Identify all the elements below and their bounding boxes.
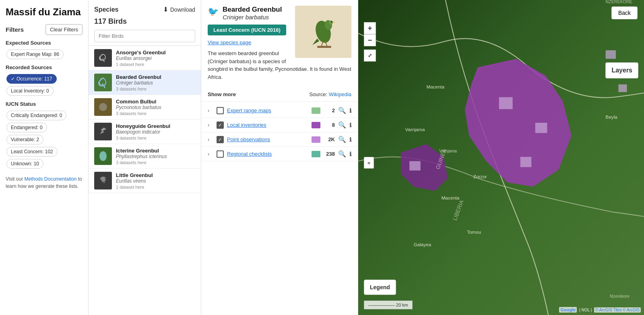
- svg-text:Tomou: Tomou: [467, 229, 481, 235]
- species-item[interactable]: Common Bulbul Pycnonotus barbatus 3 data…: [89, 95, 201, 119]
- chip-vulnerable[interactable]: Vulnerable: 2: [6, 135, 43, 144]
- svg-rect-9: [317, 46, 331, 48]
- row-chevron-icon[interactable]: ›: [208, 151, 213, 157]
- back-button[interactable]: Back: [611, 6, 638, 19]
- species-latin: Eurillas ansorgei: [116, 56, 195, 61]
- info-icon[interactable]: ℹ: [349, 107, 351, 114]
- zoom-out-button[interactable]: −: [364, 34, 376, 46]
- legend-box[interactable]: Legend: [364, 280, 396, 295]
- source-link[interactable]: Wikipedia: [329, 91, 351, 97]
- svg-point-0: [99, 103, 107, 111]
- chip-expert-range[interactable]: Expert Range Map: 86: [6, 49, 64, 59]
- data-rows: › Expert range maps 2 🔍 ℹ › Local invent…: [201, 102, 358, 163]
- species-thumb: [94, 98, 112, 116]
- row-count: 238: [324, 151, 335, 157]
- row-label[interactable]: Expert range maps: [227, 107, 308, 113]
- species-item[interactable]: Bearded Greenbul Criniger barbatus 3 dat…: [89, 70, 201, 95]
- row-label[interactable]: Local inventories: [227, 122, 308, 128]
- search-icon[interactable]: 🔍: [338, 107, 346, 114]
- row-chevron-icon[interactable]: ›: [208, 122, 213, 128]
- svg-text:NZEREKORE: NZEREKORE: [606, 0, 632, 4]
- search-icon[interactable]: 🔍: [338, 121, 346, 129]
- page-title: Massif du Ziama: [6, 6, 83, 18]
- row-checkbox[interactable]: [217, 107, 224, 114]
- scale-label: 20 km: [396, 303, 408, 307]
- chip-unknown[interactable]: Unknown: 10: [6, 159, 43, 169]
- iucn-status-title: IUCN Status: [6, 101, 83, 107]
- download-button[interactable]: ⬇ Download: [163, 6, 195, 13]
- chip-least-concern[interactable]: Least Concern: 102: [6, 147, 58, 156]
- species-datasets: 1 dataset here: [116, 185, 195, 189]
- species-header-row: Species ⬇ Download: [94, 6, 195, 13]
- species-info: Icterine Greenbul Phyllastrephus icterin…: [116, 148, 195, 165]
- row-checkbox[interactable]: [217, 121, 224, 129]
- info-icon[interactable]: ℹ: [349, 136, 351, 143]
- detail-bird-icon: 🐦: [208, 6, 219, 17]
- row-label[interactable]: Point observations: [227, 136, 308, 142]
- species-info: Bearded Greenbul Criniger barbatus 3 dat…: [116, 74, 195, 91]
- chip-critically-endangered[interactable]: Critically Endangered: 0: [6, 111, 66, 120]
- species-filter-input[interactable]: [94, 30, 195, 42]
- layers-box[interactable]: Layers: [605, 62, 638, 78]
- detail-title-block: Bearded Greenbul Criniger barbatus: [223, 6, 282, 21]
- svg-rect-13: [535, 123, 547, 133]
- bird-silhouette-icon: [96, 173, 110, 188]
- row-checkbox[interactable]: [217, 150, 224, 158]
- search-icon[interactable]: 🔍: [338, 136, 346, 143]
- species-latin: Eurillas virens: [116, 178, 195, 184]
- species-item[interactable]: Honeyguide Greenbul Baeopogon indicator …: [89, 119, 201, 144]
- species-info: Honeyguide Greenbul Baeopogon indicator …: [116, 123, 195, 140]
- species-datasets: 3 datasets here: [116, 86, 195, 91]
- species-thumb: [94, 123, 112, 140]
- map-panel[interactable]: Macenta Varnjama Macenta Tomou Galayea G…: [358, 0, 644, 315]
- info-icon[interactable]: ℹ: [349, 151, 351, 157]
- map-attribution: Google | NOL | © ArcGIS Tiles © ArcGIS: [559, 307, 641, 313]
- svg-text:Voinjama: Voinjama: [439, 148, 457, 153]
- download-label: Download: [170, 6, 195, 13]
- species-latin: Phyllastrephus icterinus: [116, 154, 195, 159]
- species-info: Little Greenbul Eurillas virens 1 datase…: [116, 172, 195, 189]
- methods-link[interactable]: Methods Documentation: [24, 176, 76, 182]
- recorded-sources-title: Recorded Sources: [6, 64, 83, 70]
- species-item[interactable]: Little Greenbul Eurillas virens 1 datase…: [89, 169, 201, 193]
- fullscreen-button[interactable]: ⤢: [364, 49, 376, 62]
- species-item[interactable]: Icterine Greenbul Phyllastrephus icterin…: [89, 144, 201, 169]
- row-chevron-icon[interactable]: ›: [208, 136, 213, 142]
- species-info: Ansorge's Greenbul Eurillas ansorgei 1 d…: [116, 49, 195, 67]
- search-icon[interactable]: 🔍: [338, 150, 346, 158]
- species-thumb: [94, 49, 112, 67]
- species-latin: Criniger barbatus: [116, 80, 195, 86]
- row-swatch-icon: [312, 136, 320, 143]
- row-checkbox[interactable]: [217, 136, 224, 143]
- row-count: 2K: [324, 136, 335, 142]
- bird-silhouette-icon: [96, 124, 110, 139]
- map-controls: + − ⤢: [364, 22, 376, 62]
- species-name: Ansorge's Greenbul: [116, 49, 195, 56]
- row-swatch-icon: [312, 107, 320, 114]
- chip-endangered[interactable]: Endangered: 0: [6, 123, 47, 132]
- species-item[interactable]: Ansorge's Greenbul Eurillas ansorgei 1 d…: [89, 46, 201, 70]
- recorded-sources-chips: ✓Occurrence: 117 Local Inventory: 0: [6, 73, 83, 97]
- svg-rect-16: [606, 50, 616, 59]
- data-row: › Point observations 2K 🔍 ℹ: [201, 132, 358, 147]
- show-more-button[interactable]: Show more: [208, 91, 236, 97]
- svg-text:Beyla: Beyla: [606, 114, 618, 119]
- data-row: › Expert range maps 2 🔍 ℹ: [201, 103, 358, 118]
- detail-panel: 🐦 Bearded Greenbul Criniger barbatus Lea…: [201, 0, 358, 315]
- zoom-in-button[interactable]: +: [364, 22, 376, 34]
- species-latin: Baeopogon indicator: [116, 129, 195, 135]
- iucn-chips: Critically Endangered: 0 Endangered: 0 V…: [6, 109, 83, 170]
- species-name: Common Bulbul: [116, 99, 195, 105]
- row-chevron-icon[interactable]: ›: [208, 107, 213, 113]
- detail-header: 🐦 Bearded Greenbul Criniger barbatus Lea…: [201, 0, 358, 89]
- detail-latin: Criniger barbatus: [223, 14, 282, 21]
- row-label[interactable]: Regional checklists: [227, 151, 308, 157]
- chip-occurrence[interactable]: ✓Occurrence: 117: [6, 74, 57, 84]
- info-icon[interactable]: ℹ: [349, 122, 351, 128]
- clear-filters-button[interactable]: Clear Filters: [45, 24, 83, 35]
- chip-local-inventory[interactable]: Local Inventory: 0: [6, 86, 54, 96]
- bird-silhouette-icon: [96, 75, 110, 90]
- svg-text:Macenta: Macenta: [427, 84, 445, 89]
- detail-title-row: 🐦 Bearded Greenbul Criniger barbatus: [208, 6, 290, 21]
- collapse-panel-button[interactable]: «: [364, 157, 374, 169]
